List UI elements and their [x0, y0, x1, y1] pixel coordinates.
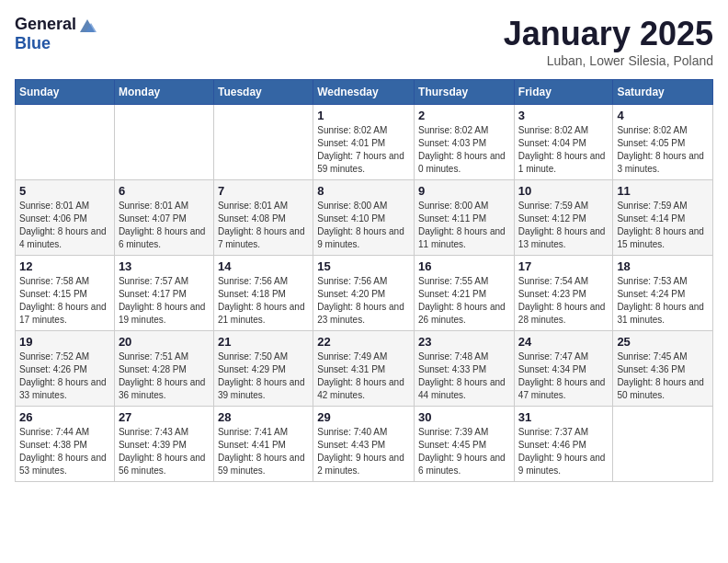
month-title: January 2025 — [504, 15, 713, 53]
day-number: 5 — [19, 184, 110, 198]
day-detail: Sunrise: 7:40 AM Sunset: 4:43 PM Dayligh… — [317, 426, 410, 477]
day-detail: Sunrise: 7:48 AM Sunset: 4:33 PM Dayligh… — [418, 350, 510, 402]
table-cell: 14Sunrise: 7:56 AM Sunset: 4:18 PM Dayli… — [213, 256, 313, 331]
day-number: 22 — [317, 335, 410, 349]
table-cell: 25Sunrise: 7:45 AM Sunset: 4:36 PM Dayli… — [613, 331, 713, 407]
day-detail: Sunrise: 7:53 AM Sunset: 4:24 PM Dayligh… — [617, 275, 709, 327]
table-cell: 18Sunrise: 7:53 AM Sunset: 4:24 PM Dayli… — [613, 256, 713, 331]
table-cell: 12Sunrise: 7:58 AM Sunset: 4:15 PM Dayli… — [16, 256, 115, 331]
day-number: 24 — [518, 335, 609, 349]
table-cell: 30Sunrise: 7:39 AM Sunset: 4:45 PM Dayli… — [415, 407, 515, 482]
day-number: 1 — [317, 109, 410, 122]
day-number: 27 — [119, 410, 210, 424]
day-number: 16 — [418, 259, 510, 273]
day-detail: Sunrise: 7:51 AM Sunset: 4:28 PM Dayligh… — [119, 350, 210, 402]
table-cell: 26Sunrise: 7:44 AM Sunset: 4:38 PM Dayli… — [16, 407, 115, 482]
day-number: 7 — [218, 184, 309, 198]
table-cell — [114, 105, 213, 180]
header-wednesday: Wednesday — [313, 80, 415, 105]
day-number: 11 — [617, 184, 709, 198]
day-number: 3 — [518, 109, 609, 122]
day-detail: Sunrise: 7:55 AM Sunset: 4:21 PM Dayligh… — [418, 275, 510, 327]
day-detail: Sunrise: 8:01 AM Sunset: 4:06 PM Dayligh… — [19, 200, 110, 251]
day-detail: Sunrise: 8:02 AM Sunset: 4:03 PM Dayligh… — [418, 124, 510, 176]
table-cell: 23Sunrise: 7:48 AM Sunset: 4:33 PM Dayli… — [415, 331, 515, 407]
header-saturday: Saturday — [613, 80, 713, 105]
day-number: 25 — [617, 335, 709, 349]
header-tuesday: Tuesday — [213, 80, 313, 105]
day-number: 14 — [218, 259, 309, 273]
day-number: 9 — [418, 184, 510, 198]
day-detail: Sunrise: 7:59 AM Sunset: 4:14 PM Dayligh… — [617, 200, 709, 251]
day-detail: Sunrise: 8:02 AM Sunset: 4:05 PM Dayligh… — [617, 124, 709, 176]
table-cell: 17Sunrise: 7:54 AM Sunset: 4:23 PM Dayli… — [514, 256, 613, 331]
day-detail: Sunrise: 7:39 AM Sunset: 4:45 PM Dayligh… — [418, 426, 510, 477]
day-detail: Sunrise: 7:41 AM Sunset: 4:41 PM Dayligh… — [218, 426, 309, 477]
calendar: Sunday Monday Tuesday Wednesday Thursday… — [15, 79, 713, 482]
header-thursday: Thursday — [415, 80, 515, 105]
day-detail: Sunrise: 8:01 AM Sunset: 4:07 PM Dayligh… — [119, 200, 210, 251]
day-number: 15 — [317, 259, 410, 273]
day-detail: Sunrise: 7:56 AM Sunset: 4:20 PM Dayligh… — [317, 275, 410, 327]
day-number: 31 — [518, 410, 609, 424]
day-number: 29 — [317, 410, 410, 424]
day-number: 18 — [617, 259, 709, 273]
day-detail: Sunrise: 7:49 AM Sunset: 4:31 PM Dayligh… — [317, 350, 410, 402]
table-cell: 3Sunrise: 8:02 AM Sunset: 4:04 PM Daylig… — [514, 105, 613, 180]
day-number: 8 — [317, 184, 410, 198]
day-number: 19 — [19, 335, 110, 349]
day-detail: Sunrise: 7:43 AM Sunset: 4:39 PM Dayligh… — [119, 426, 210, 477]
day-number: 4 — [617, 109, 709, 122]
table-cell: 21Sunrise: 7:50 AM Sunset: 4:29 PM Dayli… — [213, 331, 313, 407]
day-number: 17 — [518, 259, 609, 273]
day-detail: Sunrise: 7:57 AM Sunset: 4:17 PM Dayligh… — [119, 275, 210, 327]
table-cell: 9Sunrise: 8:00 AM Sunset: 4:11 PM Daylig… — [415, 180, 515, 256]
day-detail: Sunrise: 8:01 AM Sunset: 4:08 PM Dayligh… — [218, 200, 309, 251]
day-detail: Sunrise: 8:02 AM Sunset: 4:04 PM Dayligh… — [518, 124, 609, 176]
day-detail: Sunrise: 7:44 AM Sunset: 4:38 PM Dayligh… — [19, 426, 110, 477]
table-cell — [213, 105, 313, 180]
table-cell: 27Sunrise: 7:43 AM Sunset: 4:39 PM Dayli… — [114, 407, 213, 482]
table-cell: 11Sunrise: 7:59 AM Sunset: 4:14 PM Dayli… — [613, 180, 713, 256]
day-detail: Sunrise: 8:02 AM Sunset: 4:01 PM Dayligh… — [317, 124, 410, 176]
day-number: 6 — [119, 184, 210, 198]
table-cell: 31Sunrise: 7:37 AM Sunset: 4:46 PM Dayli… — [514, 407, 613, 482]
table-cell: 5Sunrise: 8:01 AM Sunset: 4:06 PM Daylig… — [16, 180, 115, 256]
day-detail: Sunrise: 8:00 AM Sunset: 4:10 PM Dayligh… — [317, 200, 410, 251]
day-detail: Sunrise: 7:52 AM Sunset: 4:26 PM Dayligh… — [19, 350, 110, 402]
table-cell: 22Sunrise: 7:49 AM Sunset: 4:31 PM Dayli… — [313, 331, 415, 407]
table-cell: 6Sunrise: 8:01 AM Sunset: 4:07 PM Daylig… — [114, 180, 213, 256]
logo-blue: Blue — [15, 34, 97, 53]
day-detail: Sunrise: 7:59 AM Sunset: 4:12 PM Dayligh… — [518, 200, 609, 251]
day-detail: Sunrise: 7:58 AM Sunset: 4:15 PM Dayligh… — [19, 275, 110, 327]
day-number: 26 — [19, 410, 110, 424]
day-detail: Sunrise: 7:50 AM Sunset: 4:29 PM Dayligh… — [218, 350, 309, 402]
day-detail: Sunrise: 8:00 AM Sunset: 4:11 PM Dayligh… — [418, 200, 510, 251]
header-sunday: Sunday — [16, 80, 115, 105]
table-cell: 4Sunrise: 8:02 AM Sunset: 4:05 PM Daylig… — [613, 105, 713, 180]
table-cell — [613, 407, 713, 482]
day-number: 12 — [19, 259, 110, 273]
table-cell: 16Sunrise: 7:55 AM Sunset: 4:21 PM Dayli… — [415, 256, 515, 331]
header-friday: Friday — [514, 80, 613, 105]
day-number: 28 — [218, 410, 309, 424]
day-detail: Sunrise: 7:56 AM Sunset: 4:18 PM Dayligh… — [218, 275, 309, 327]
table-cell — [16, 105, 115, 180]
day-detail: Sunrise: 7:47 AM Sunset: 4:34 PM Dayligh… — [518, 350, 609, 402]
logo-icon — [78, 16, 97, 34]
table-cell: 15Sunrise: 7:56 AM Sunset: 4:20 PM Dayli… — [313, 256, 415, 331]
location-title: Luban, Lower Silesia, Poland — [504, 53, 713, 68]
day-number: 10 — [518, 184, 609, 198]
day-number: 23 — [418, 335, 510, 349]
day-number: 30 — [418, 410, 510, 424]
day-detail: Sunrise: 7:54 AM Sunset: 4:23 PM Dayligh… — [518, 275, 609, 327]
day-detail: Sunrise: 7:37 AM Sunset: 4:46 PM Dayligh… — [518, 426, 609, 477]
table-cell: 20Sunrise: 7:51 AM Sunset: 4:28 PM Dayli… — [114, 331, 213, 407]
day-number: 13 — [119, 259, 210, 273]
day-number: 20 — [119, 335, 210, 349]
day-number: 2 — [418, 109, 510, 122]
table-cell: 28Sunrise: 7:41 AM Sunset: 4:41 PM Dayli… — [213, 407, 313, 482]
table-cell: 29Sunrise: 7:40 AM Sunset: 4:43 PM Dayli… — [313, 407, 415, 482]
day-detail: Sunrise: 7:45 AM Sunset: 4:36 PM Dayligh… — [617, 350, 709, 402]
header-monday: Monday — [114, 80, 213, 105]
